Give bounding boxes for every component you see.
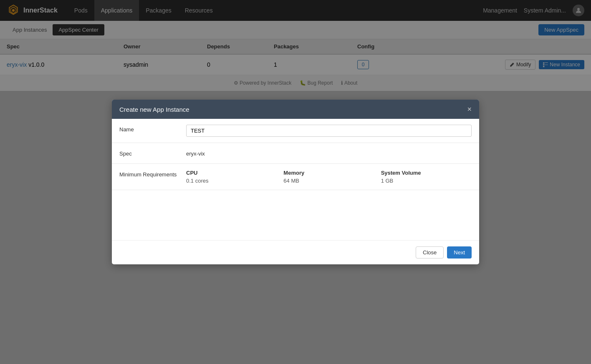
modal-overlay: Create new App Instance × Name Spec eryx… [0,0,591,91]
